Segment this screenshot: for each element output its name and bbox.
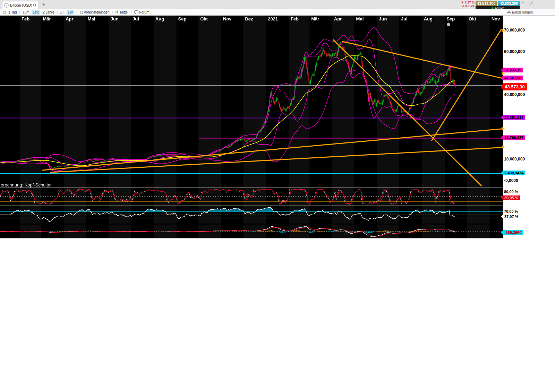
timeframe-1w[interactable]: 1W: [67, 10, 74, 15]
indicator-level-label: 80,00 %: [504, 190, 518, 194]
info-icon[interactable]: i: [4, 3, 9, 8]
spread-value: 120,000: [495, 7, 503, 9]
up-triangle-icon: [492, 7, 494, 9]
indicator-value-tag: 37,97 %: [501, 214, 520, 219]
speech-bubble-icon: [134, 10, 138, 14]
price-tag: 19.766,937: [501, 135, 525, 140]
range-selector[interactable]: 2 Jahre: [43, 10, 54, 14]
trading-app: i Bitcoin (USD) + ▼ 8,27 % 3.932,21 43.5…: [0, 0, 555, 392]
price-axis-label: 40.000,000: [504, 92, 525, 97]
chart-toolbar: 1 Tag | 15m 1std 2 Jahre | 1T 1W | Vorei…: [0, 9, 555, 16]
quote-change-abs: 3.932,21: [456, 4, 475, 8]
presets-label: Voreinstellungen: [84, 10, 110, 14]
price-axis-label: 10.000,000: [504, 157, 525, 162]
window-control-icons[interactable]: ⌃ ⤢: [521, 1, 535, 6]
indicator-level-label: 70,00 %: [504, 209, 518, 214]
spread-strip: 120,000: [476, 6, 520, 9]
price-axis-label: -0,0000: [504, 178, 518, 183]
candlestick-icon: [115, 10, 119, 14]
forum-button[interactable]: Forum: [134, 10, 150, 14]
indicators-label: Mittel: [120, 10, 128, 14]
price-tag: 29.261,517: [501, 115, 525, 120]
trendline-exit-arrow-icon: [502, 29, 505, 32]
price-tag: 51.233,19: [501, 68, 523, 72]
price-tag: 47.561,98: [501, 76, 523, 80]
toolbar-separator: |: [19, 10, 20, 14]
quote-change-pct: ▼ 8,27 %: [456, 1, 475, 4]
toolbar-separator: |: [131, 10, 132, 14]
sell-button[interactable]: 43.513,300: [476, 1, 497, 6]
instrument-tab-label: Bitcoin (USD): [10, 3, 32, 7]
price-chart-canvas[interactable]: [0, 16, 503, 238]
price-axis-label: 60.000,000: [504, 49, 525, 54]
price-tag: 43.573,30: [501, 83, 527, 90]
tab-bar: i Bitcoin (USD) + ▼ 8,27 % 3.932,21 43.5…: [0, 0, 555, 9]
timeframe-1std[interactable]: 1std: [32, 10, 40, 15]
gear-icon: [507, 10, 511, 14]
chart-area: [0, 16, 503, 238]
instrument-tab[interactable]: i Bitcoin (USD): [2, 1, 39, 9]
price-axis-label: 70.000,000: [504, 28, 525, 33]
toolbar-separator: |: [57, 10, 58, 14]
toolbar-separator: |: [112, 10, 113, 14]
indicator-value-tag: 39,95 %: [501, 195, 520, 200]
indicator-value-tag: -650,3660: [501, 230, 523, 235]
price-axis[interactable]: 70.000,00060.000,00040.000,00010.000,000…: [503, 16, 555, 238]
trendline-exit-arrow-icon: [502, 145, 505, 149]
settings-button[interactable]: Einstellungen: [507, 9, 533, 16]
indicators-button[interactable]: Mittel: [115, 10, 128, 14]
price-tag: 3.400,9434: [501, 171, 525, 175]
quote-change: ▼ 8,27 % 3.932,21: [456, 1, 475, 8]
trendline-exit-arrow-icon: [502, 127, 505, 130]
timeframe-15m[interactable]: 15m: [23, 10, 29, 14]
buy-button[interactable]: 43.633,300: [498, 1, 520, 6]
forum-label: Forum: [139, 10, 150, 14]
search-icon[interactable]: [33, 3, 37, 7]
add-tab-button[interactable]: +: [41, 2, 46, 7]
toolbar-separator: |: [76, 10, 77, 14]
timeframe-1t[interactable]: 1T: [60, 10, 64, 14]
presets-icon: [80, 11, 83, 14]
settings-label: Einstellungen: [512, 10, 533, 14]
period-selector[interactable]: 1 Tag: [8, 10, 17, 14]
layout-grid-icon[interactable]: [3, 11, 6, 14]
presets-button[interactable]: Voreinstellungen: [80, 10, 110, 14]
